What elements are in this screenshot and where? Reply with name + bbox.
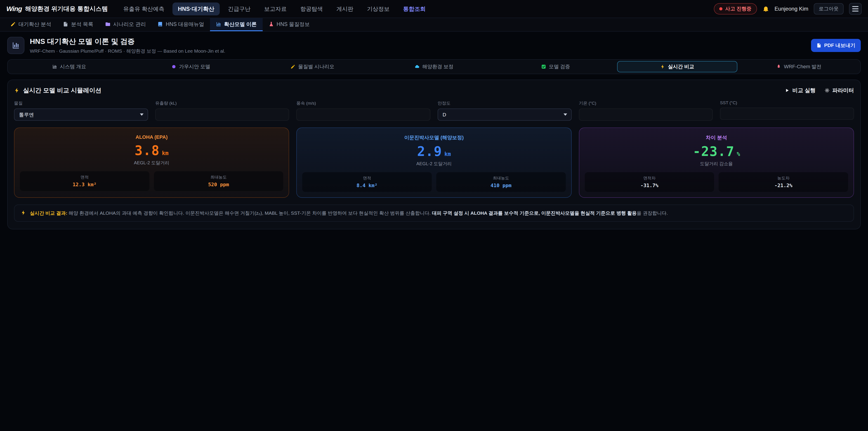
app-title: 해양환경 위기대응 통합시스템: [25, 5, 108, 13]
alert-dot-icon: [719, 7, 722, 10]
subnav-item-scenario-management[interactable]: 시나리오 관리: [99, 18, 152, 31]
diff-percentage-value: -23.7: [693, 145, 735, 158]
subnav-item-hns-substance-info[interactable]: HNS 물질정보: [263, 18, 316, 31]
purple-circle-icon: [171, 64, 176, 69]
tab-gaussian-model[interactable]: 가우시안 모델: [131, 61, 251, 72]
air-temperature-label: 기온 (°C): [579, 100, 713, 106]
topnav-item-integrated-search[interactable]: 통합조회: [398, 2, 431, 16]
rocket-icon: [776, 64, 781, 69]
hamburger-menu-icon[interactable]: [849, 3, 862, 15]
topnav-menu: 유출유 확산예측 HNS·대기확산 긴급구난 보고자료 항공탐색 게시판 기상정…: [118, 2, 704, 16]
card-title: 이문진박사모델 (해양보정): [302, 134, 565, 141]
subnav-label: 시나리오 관리: [113, 21, 146, 28]
page-header-titles: HNS 대기확산 모델 이론 및 검증 WRF-Chem · Gaussian …: [30, 37, 806, 54]
tab-wrf-chem-evolution[interactable]: WRF-Chem 발전: [739, 61, 859, 72]
wind-speed-label: 풍속 (m/s): [296, 100, 430, 106]
logout-button[interactable]: 로그아웃: [814, 3, 844, 14]
topnav-item-oil-spill[interactable]: 유출유 확산예측: [118, 2, 170, 16]
simulation-controls: 물질 톨루엔 유출량 (kL) 풍속 (m/s) 안정도 D 기온 (°C) S…: [14, 100, 854, 121]
subnav-label: HNS 대응매뉴얼: [166, 21, 204, 28]
lee-distance-value: 2.9: [417, 145, 442, 158]
subnav-item-dispersion-model-theory[interactable]: 확산모델 이론: [210, 18, 262, 31]
user-name: Eunjeong Kim: [775, 6, 808, 12]
subnav-label: 분석 목록: [71, 21, 93, 28]
stat-area: 면적 12.3 km²: [20, 171, 149, 191]
subnav-item-dispersion-analysis[interactable]: 대기확산 분석: [4, 18, 57, 31]
run-comparison-button[interactable]: 비교 실행: [784, 87, 815, 94]
document-icon: [63, 22, 68, 27]
page-title: HNS 대기확산 모델 이론 및 검증: [30, 37, 806, 47]
section-tabs: 시스템 개요 가우시안 모델 물질별 시나리오 해양환경 보정 모델 검증 실시…: [7, 59, 861, 74]
tab-realtime-comparison[interactable]: 실시간 비교: [617, 61, 737, 72]
tab-marine-correction[interactable]: 해양환경 보정: [374, 61, 494, 72]
spill-amount-label: 유출량 (kL): [155, 100, 289, 106]
wind-speed-input[interactable]: [296, 109, 430, 121]
parameters-button[interactable]: 파라미터: [825, 87, 854, 94]
note-bold: 대피 구역 설정 시 ALOHA 결과를 보수적 기준으로, 이문진박사모델을 …: [432, 210, 637, 216]
lightning-icon: [14, 88, 20, 93]
topnav-right-area: 사고 진행중 Eunjeong Kim 로그아웃: [714, 3, 862, 15]
tab-label: 물질별 시나리오: [298, 63, 334, 70]
tab-substance-scenarios[interactable]: 물질별 시나리오: [252, 61, 373, 72]
bar-chart-icon: [216, 22, 221, 27]
difference-analysis-card: 차이 분석 -23.7 % 도달거리 감소율 면적차 -31.7% 농도차 -2…: [579, 127, 854, 198]
notification-bell-icon[interactable]: [763, 5, 769, 12]
field-wind-speed: 풍속 (m/s): [296, 100, 430, 121]
pencil-icon: [290, 64, 296, 69]
topnav-item-aerial-search[interactable]: 항공탐색: [295, 2, 328, 16]
sst-label: SST (°C): [720, 100, 854, 105]
wing-logo-icon: Wing: [6, 5, 22, 13]
stat-max-concentration: 최대농도 410 ppm: [436, 172, 566, 192]
pdf-export-label: PDF 내보내기: [824, 42, 855, 49]
topnav-item-hns-atmospheric[interactable]: HNS·대기확산: [173, 2, 220, 16]
topnav-item-board[interactable]: 게시판: [331, 2, 359, 16]
field-sst: SST (°C): [720, 100, 854, 121]
aloha-distance-unit: km: [162, 150, 168, 156]
lightning-icon: [21, 210, 26, 215]
sub-navigation-bar: 대기확산 분석 분석 목록 시나리오 관리 HNS 대응매뉴얼 확산모델 이론 …: [0, 18, 868, 32]
tab-label: 해양환경 보정: [422, 63, 454, 70]
topnav-item-reports[interactable]: 보고자료: [258, 2, 292, 16]
gear-icon: [825, 88, 830, 93]
stability-select[interactable]: D: [438, 109, 572, 121]
topnav-item-weather[interactable]: 기상정보: [362, 2, 395, 16]
stat-max-concentration: 최대농도 520 ppm: [154, 171, 283, 191]
card-value-row: 2.9 km: [302, 145, 565, 158]
book-icon: [158, 22, 163, 27]
substance-select[interactable]: 톨루엔: [14, 109, 148, 121]
note-body: 해양 환경에서 ALOHA의 과대 예측 경향이 확인됩니다. 이문진박사모델은…: [67, 210, 432, 216]
card-title: ALOHA (EPA): [20, 134, 283, 140]
page-header: HNS 대기확산 모델 이론 및 검증 WRF-Chem · Gaussian …: [0, 32, 868, 58]
tab-model-validation[interactable]: 모델 검증: [495, 61, 616, 72]
spill-amount-input[interactable]: [155, 109, 289, 121]
incident-badge-label: 사고 진행중: [725, 5, 751, 12]
air-temperature-input[interactable]: [579, 109, 713, 121]
topnav-item-rescue[interactable]: 긴급구난: [222, 2, 256, 16]
page-subtitle: WRF-Chem · Gaussian Plume/Puff · ROMS · …: [30, 48, 806, 54]
card-stats: 면적 8.4 km² 최대농도 410 ppm: [302, 172, 565, 192]
aloha-distance-value: 3.8: [135, 144, 160, 157]
brand[interactable]: Wing 해양환경 위기대응 통합시스템: [6, 5, 108, 13]
subnav-item-hns-manual[interactable]: HNS 대응매뉴얼: [152, 18, 210, 31]
field-air-temperature: 기온 (°C): [579, 100, 713, 121]
substance-select-wrap: 톨루엔: [14, 109, 148, 121]
panel-actions: 비교 실행 파라미터: [784, 87, 854, 94]
card-metric-label: 도달거리 감소율: [585, 161, 848, 167]
tab-label: 실시간 비교: [668, 63, 694, 70]
stat-area-diff: 면적차 -31.7%: [585, 172, 714, 192]
check-square-icon: [541, 64, 546, 69]
tab-system-overview[interactable]: 시스템 개요: [9, 61, 129, 72]
lee-distance-unit: km: [444, 151, 451, 157]
top-navigation-bar: Wing 해양환경 위기대응 통합시스템 유출유 확산예측 HNS·대기확산 긴…: [0, 0, 868, 18]
card-value-row: 3.8 km: [20, 144, 283, 157]
subnav-item-analysis-list[interactable]: 분석 목록: [57, 18, 99, 31]
folder-icon: [105, 22, 111, 27]
cloud-icon: [414, 64, 420, 69]
aloha-result-card: ALOHA (EPA) 3.8 km AEGL-2 도달거리 면적 12.3 k…: [14, 127, 289, 198]
lightning-icon: [660, 64, 665, 69]
sst-input[interactable]: [720, 107, 854, 120]
pdf-export-button[interactable]: PDF 내보내기: [811, 39, 861, 52]
realtime-comparison-panel: 실시간 모델 비교 시뮬레이션 비교 실행 파라미터 물질 톨루엔 유출량 (k…: [7, 80, 861, 229]
note-text: 실시간 비교 결과: 해양 환경에서 ALOHA의 과대 예측 경향이 확인됩니…: [30, 210, 668, 217]
incident-status-badge: 사고 진행중: [714, 3, 757, 14]
